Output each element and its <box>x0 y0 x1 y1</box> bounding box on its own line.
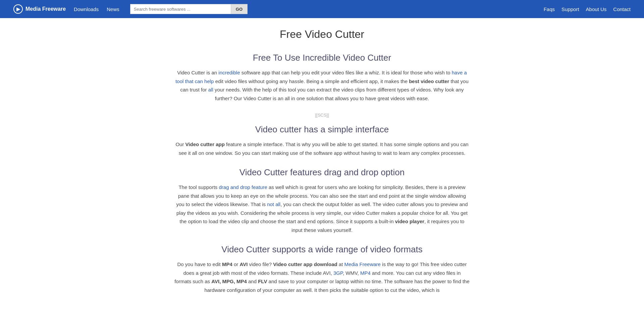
link-drag-drop[interactable]: drag and drop feature <box>219 184 267 190</box>
link-3gp[interactable]: 3GP <box>333 270 343 276</box>
text-best-video-cutter: best video cutter <box>409 78 449 84</box>
header: ▶ Media Freeware Downloads News GO Faqs … <box>0 0 644 18</box>
link-not-all[interactable]: not all <box>267 201 280 207</box>
section-simple-interface: Video cutter has a simple interface Our … <box>174 124 470 157</box>
nav-downloads[interactable]: Downloads <box>74 6 99 12</box>
text-formats: AVI, MPG, MP4 <box>211 278 247 284</box>
scs-placeholder: [[SCS]] <box>174 113 470 118</box>
section1-heading: Free To Use Incredible Video Cutter <box>174 53 470 63</box>
section2-text: Our Video cutter app feature a simple in… <box>174 140 470 157</box>
section2-heading: Video cutter has a simple interface <box>174 124 470 135</box>
nav-contact[interactable]: Contact <box>613 6 631 12</box>
link-incredible[interactable]: incredible <box>218 70 240 75</box>
logo[interactable]: ▶ Media Freeware <box>13 4 66 14</box>
section1-text: Video Cutter is an incredible software a… <box>174 68 470 103</box>
link-mp4[interactable]: MP4 <box>360 270 371 276</box>
section-drag-drop: Video Cutter features drag and drop opti… <box>174 167 470 234</box>
go-button[interactable]: GO <box>231 4 248 14</box>
text-flv: FLV <box>258 278 267 284</box>
nav-news[interactable]: News <box>107 6 119 12</box>
nav-right: Faqs Support About Us Contact <box>544 6 631 12</box>
nav-support[interactable]: Support <box>561 6 579 12</box>
text-mp4: MP4 <box>222 261 232 267</box>
section-video-formats: Video Cutter supports a wide range of vi… <box>174 244 470 294</box>
logo-icon: ▶ <box>13 4 23 14</box>
logo-text: Media Freeware <box>25 6 66 12</box>
section3-text: The tool supports drag and drop feature … <box>174 183 470 234</box>
nav-about-us[interactable]: About Us <box>586 6 607 12</box>
section-incredible-cutter: Free To Use Incredible Video Cutter Vide… <box>174 53 470 103</box>
text-video-cutter-app: Video cutter app <box>185 141 225 147</box>
link-all[interactable]: all <box>208 87 213 92</box>
nav-faqs[interactable]: Faqs <box>544 6 555 12</box>
text-avi: AVI <box>239 261 248 267</box>
page-title: Free Video Cutter <box>174 28 470 41</box>
section4-text: Do you have to edit MP4 or AVI video fil… <box>174 260 470 294</box>
section3-heading: Video Cutter features drag and drop opti… <box>174 167 470 178</box>
text-video-cutter-download: Video cutter app download <box>273 261 337 267</box>
section4-heading: Video Cutter supports a wide range of vi… <box>174 244 470 255</box>
link-media-freeware[interactable]: Media Freeware <box>344 261 381 267</box>
text-video-player: video player <box>395 218 425 224</box>
main-content: Free Video Cutter Free To Use Incredible… <box>168 18 476 313</box>
search-bar: GO <box>130 4 248 14</box>
search-input[interactable] <box>130 4 231 14</box>
